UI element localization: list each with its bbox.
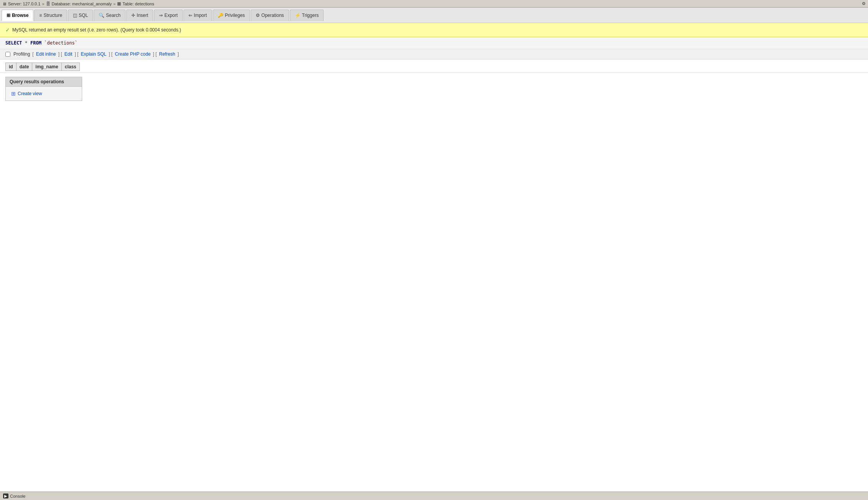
col-class: class [61, 63, 79, 71]
tab-search[interactable]: 🔍 Search [94, 10, 126, 21]
qro-title: Query results operations [10, 79, 64, 84]
export-icon: ⇒ [159, 13, 163, 18]
tab-insert[interactable]: ✛ Insert [126, 10, 153, 21]
edit-link[interactable]: Edit [64, 51, 73, 57]
create-view-link[interactable]: ⊞ Create view [11, 91, 76, 97]
structure-icon: ≡ [39, 13, 42, 18]
database-label: Database: mechanical_anomaly [52, 2, 112, 6]
nav-tabs: ⊞ Browse ≡ Structure ◫ SQL 🔍 Search ✛ In… [0, 8, 868, 23]
sql-select-keyword: SELECT [5, 40, 22, 46]
main-content: ✓ MySQL returned an empty result set (i.… [0, 23, 868, 492]
console-label: Console [10, 494, 25, 498]
tab-export-label: Export [164, 13, 178, 18]
create-view-icon: ⊞ [11, 91, 16, 97]
table-icon: ▦ [117, 1, 121, 6]
sql-table-name: `detections` [41, 40, 78, 46]
columns-table: id date img_name class [5, 63, 80, 71]
import-icon: ⇐ [188, 13, 192, 18]
breadcrumb: 🖥 Server: 127.0.0.1 » 🗄 Database: mechan… [2, 1, 154, 6]
tab-export[interactable]: ⇒ Export [154, 10, 183, 21]
database-icon: 🗄 [46, 2, 50, 6]
create-view-label: Create view [18, 91, 42, 96]
console-icon: ▶ [3, 493, 8, 498]
triggers-icon: ⚡ [295, 13, 301, 18]
columns-header: id date img_name class [0, 59, 868, 73]
tab-import-label: Import [194, 13, 207, 18]
sep2: ] [ [58, 51, 62, 57]
sep3: ] [ [74, 51, 78, 57]
success-icon: ✓ [5, 27, 10, 33]
success-banner: ✓ MySQL returned an empty result set (i.… [0, 23, 868, 37]
breadcrumb-sep2: » [113, 2, 116, 6]
tab-operations-label: Operations [261, 13, 284, 18]
sql-icon: ◫ [73, 13, 77, 18]
profiling-bar: Profiling [ Edit inline ] [ Edit ] [ Exp… [0, 49, 868, 59]
tab-structure-label: Structure [43, 13, 62, 18]
qro-body: ⊞ Create view [6, 87, 82, 101]
search-icon: 🔍 [99, 13, 104, 18]
operations-icon: ⚙ [256, 13, 260, 18]
tab-sql-label: SQL [79, 13, 88, 18]
edit-inline-link[interactable]: Edit inline [36, 51, 56, 57]
sql-star: * [22, 40, 30, 46]
tab-sql[interactable]: ◫ SQL [68, 10, 93, 21]
sep5: ] [ [153, 51, 157, 57]
gear-icon[interactable]: ⚙ [862, 1, 866, 6]
sql-display: SELECT * FROM `detections` [0, 37, 868, 49]
bottom-bar[interactable]: ▶ Console [0, 492, 868, 500]
privileges-icon: 🔑 [218, 13, 223, 18]
tab-browse-label: Browse [12, 13, 28, 18]
breadcrumb-sep1: » [42, 2, 44, 6]
explain-sql-link[interactable]: Explain SQL [81, 51, 106, 57]
qro-header: Query results operations [6, 77, 82, 87]
tab-insert-label: Insert [137, 13, 148, 18]
col-id: id [6, 63, 17, 71]
server-label: Server: 127.0.0.1 [8, 2, 40, 6]
tab-triggers[interactable]: ⚡ Triggers [290, 10, 324, 21]
tab-operations[interactable]: ⚙ Operations [251, 10, 289, 21]
browse-icon: ⊞ [7, 13, 10, 18]
table-label: Table: detections [122, 2, 154, 6]
query-results-operations-section: Query results operations ⊞ Create view [5, 77, 82, 101]
tab-import[interactable]: ⇐ Import [184, 10, 212, 21]
sep4: ] [ [109, 51, 112, 57]
create-php-code-link[interactable]: Create PHP code [115, 51, 150, 57]
success-message: MySQL returned an empty result set (i.e.… [12, 27, 181, 33]
tab-privileges[interactable]: 🔑 Privileges [213, 10, 250, 21]
refresh-link[interactable]: Refresh [159, 51, 175, 57]
col-date: date [16, 63, 32, 71]
tab-structure[interactable]: ≡ Structure [34, 10, 67, 21]
tab-search-label: Search [106, 13, 121, 18]
sep1: [ [32, 51, 33, 57]
tab-triggers-label: Triggers [302, 13, 319, 18]
profiling-checkbox[interactable] [5, 52, 10, 57]
title-bar: 🖥 Server: 127.0.0.1 » 🗄 Database: mechan… [0, 0, 868, 8]
column-header-row: id date img_name class [6, 63, 80, 71]
server-icon: 🖥 [2, 2, 7, 6]
sep6: ] [177, 51, 179, 57]
insert-icon: ✛ [131, 13, 135, 18]
profiling-label: Profiling [13, 51, 30, 57]
sql-from-keyword: FROM [30, 40, 41, 46]
tab-privileges-label: Privileges [225, 13, 245, 18]
tab-browse[interactable]: ⊞ Browse [2, 10, 33, 21]
col-img-name: img_name [32, 63, 61, 71]
